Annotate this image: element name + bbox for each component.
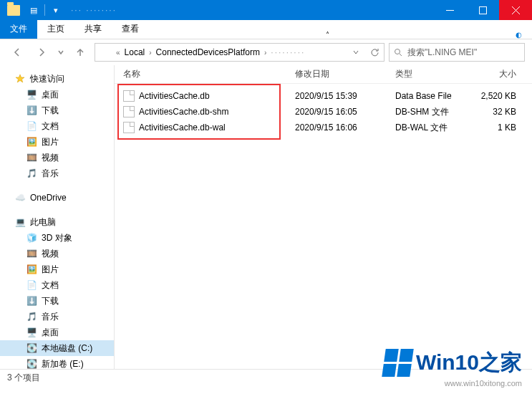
address-bar[interactable]: « Local › ConnectedDevicesPlatform › ···… bbox=[95, 43, 385, 62]
label: 视频 bbox=[42, 248, 59, 260]
qat-button[interactable]: ▤ bbox=[26, 3, 42, 17]
col-name[interactable]: 名称 bbox=[115, 68, 286, 80]
pictures-icon: 🖼️ bbox=[26, 264, 37, 275]
pictures-icon: 🖼️ bbox=[26, 136, 37, 148]
sidebar-item-downloads[interactable]: ⬇️下载 bbox=[0, 102, 114, 118]
ribbon-tabs: 文件 主页 共享 查看 ˄ ◐ bbox=[0, 20, 532, 39]
music-icon: 🎵 bbox=[26, 168, 37, 179]
file-type: DB-SHM 文件 bbox=[387, 106, 465, 118]
close-button[interactable] bbox=[499, 0, 532, 20]
col-size[interactable]: 大小 bbox=[465, 68, 532, 80]
label: 此电脑 bbox=[30, 216, 56, 229]
status-bar: 3 个项目 bbox=[0, 369, 532, 386]
window-title: ··· ········ bbox=[71, 5, 117, 15]
label: 音乐 bbox=[42, 168, 59, 180]
sidebar-item-desktop[interactable]: 🖥️桌面 bbox=[0, 87, 114, 102]
download-icon: ⬇️ bbox=[26, 105, 37, 116]
label: 文档 bbox=[42, 120, 59, 133]
file-size: 32 KB bbox=[465, 107, 532, 117]
file-icon bbox=[123, 90, 135, 102]
sidebar-item-downloads2[interactable]: ⬇️下载 bbox=[0, 293, 114, 309]
up-button[interactable] bbox=[70, 43, 90, 62]
sidebar-item-documents[interactable]: 📄文档 bbox=[0, 118, 114, 134]
file-date: 2020/9/15 15:39 bbox=[286, 91, 387, 101]
minimize-button[interactable] bbox=[433, 0, 466, 20]
file-row[interactable]: ActivitiesCache.db 2020/9/15 15:39 Data … bbox=[115, 88, 532, 104]
label: 桌面 bbox=[42, 89, 59, 101]
label: 新加卷 (E:) bbox=[42, 358, 84, 370]
address-dropdown[interactable] bbox=[347, 44, 365, 61]
sidebar-item-drive-e[interactable]: 💽新加卷 (E:) bbox=[0, 356, 114, 369]
cloud-icon: ☁️ bbox=[14, 192, 26, 203]
desktop-icon: 🖥️ bbox=[26, 89, 37, 100]
sidebar-item-music2[interactable]: 🎵音乐 bbox=[0, 309, 114, 325]
label: 文档 bbox=[42, 279, 59, 292]
column-headers: 名称 修改日期 类型 大小 bbox=[115, 65, 532, 84]
file-size: 2,520 KB bbox=[465, 91, 532, 101]
recent-dropdown[interactable] bbox=[56, 43, 66, 62]
sidebar-item-videos2[interactable]: 🎞️视频 bbox=[0, 246, 114, 261]
sidebar-item-pictures2[interactable]: 🖼️图片 bbox=[0, 261, 114, 277]
file-date: 2020/9/15 16:06 bbox=[286, 122, 387, 133]
label: 本地磁盘 (C:) bbox=[42, 342, 92, 355]
video-icon: 🎞️ bbox=[26, 248, 37, 259]
file-row[interactable]: ActivitiesCache.db-shm 2020/9/15 16:05 D… bbox=[115, 104, 532, 120]
video-icon: 🎞️ bbox=[26, 152, 37, 163]
label: 图片 bbox=[42, 136, 59, 148]
qat-dropdown[interactable]: ▾ bbox=[48, 3, 64, 17]
label: 3D 对象 bbox=[42, 232, 72, 244]
label: 下载 bbox=[42, 105, 59, 117]
label: 桌面 bbox=[42, 327, 59, 339]
label: OneDrive bbox=[30, 193, 67, 203]
file-row[interactable]: ActivitiesCache.db-wal 2020/9/15 16:06 D… bbox=[115, 120, 532, 135]
document-icon: 📄 bbox=[26, 279, 37, 291]
document-icon: 📄 bbox=[26, 120, 37, 132]
sidebar-item-drive-c[interactable]: 💽本地磁盘 (C:) bbox=[0, 340, 114, 356]
sidebar-item-videos[interactable]: 🎞️视频 bbox=[0, 150, 114, 165]
svg-point-1 bbox=[395, 49, 400, 54]
search-box[interactable]: 搜索"L.NING MEI" bbox=[389, 43, 525, 62]
back-button[interactable] bbox=[7, 43, 27, 62]
crumb-overflow[interactable]: « bbox=[114, 49, 122, 57]
file-icon bbox=[123, 106, 135, 117]
pc-icon: 💻 bbox=[14, 216, 26, 228]
ribbon-collapse[interactable]: ˄ bbox=[316, 31, 339, 39]
tab-view[interactable]: 查看 bbox=[112, 20, 149, 39]
nav-row: « Local › ConnectedDevicesPlatform › ···… bbox=[0, 39, 532, 65]
label: 视频 bbox=[42, 152, 59, 164]
file-type: DB-WAL 文件 bbox=[387, 122, 465, 134]
sidebar-item-documents2[interactable]: 📄文档 bbox=[0, 277, 114, 293]
sidebar-item-pictures[interactable]: 🖼️图片 bbox=[0, 134, 114, 150]
maximize-button[interactable] bbox=[466, 0, 499, 20]
tab-file[interactable]: 文件 bbox=[0, 20, 37, 39]
chevron-icon[interactable]: › bbox=[147, 49, 153, 57]
sidebar-onedrive[interactable]: ☁️OneDrive bbox=[0, 190, 114, 206]
separator bbox=[44, 4, 45, 16]
file-name: ActivitiesCache.db-shm bbox=[139, 107, 228, 117]
crumb-current[interactable]: ········· bbox=[269, 47, 307, 57]
3d-icon: 🧊 bbox=[26, 232, 37, 244]
sidebar-this-pc[interactable]: 💻此电脑 bbox=[0, 214, 114, 230]
refresh-button[interactable] bbox=[365, 44, 384, 61]
ribbon-help[interactable]: ◐ bbox=[506, 31, 532, 39]
sidebar-item-3d[interactable]: 🧊3D 对象 bbox=[0, 230, 114, 246]
col-date[interactable]: 修改日期 bbox=[286, 68, 387, 80]
file-type: Data Base File bbox=[387, 91, 465, 101]
sidebar-item-desktop2[interactable]: 🖥️桌面 bbox=[0, 325, 114, 340]
folder-icon bbox=[7, 5, 20, 16]
title-bar: ▤ ▾ ··· ········ bbox=[0, 0, 532, 20]
crumb-local[interactable]: Local bbox=[122, 47, 147, 57]
crumb-cdp[interactable]: ConnectedDevicesPlatform bbox=[154, 47, 262, 57]
chevron-icon[interactable]: › bbox=[262, 49, 269, 57]
search-icon bbox=[394, 48, 403, 57]
sidebar-quick-access[interactable]: 快速访问 bbox=[0, 71, 114, 87]
forward-button[interactable] bbox=[32, 43, 52, 62]
music-icon: 🎵 bbox=[26, 311, 37, 322]
col-type[interactable]: 类型 bbox=[387, 68, 465, 80]
drive-icon: 💽 bbox=[26, 342, 37, 354]
star-icon bbox=[14, 73, 26, 85]
sidebar-item-music[interactable]: 🎵音乐 bbox=[0, 165, 114, 181]
file-list: 名称 修改日期 类型 大小 ActivitiesCache.db 2020/9/… bbox=[115, 65, 532, 369]
tab-home[interactable]: 主页 bbox=[37, 20, 74, 39]
tab-share[interactable]: 共享 bbox=[74, 20, 112, 39]
